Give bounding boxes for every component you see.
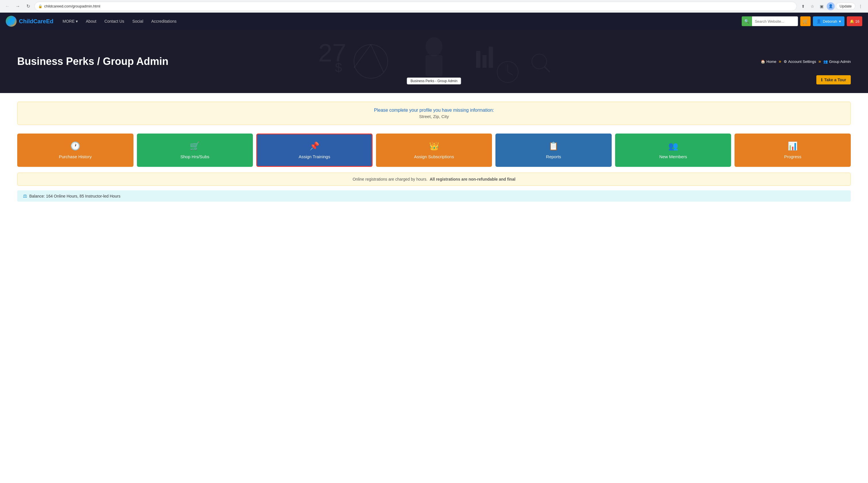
browser-right-icons: ⬆ ☆ ▣ 👤 Update ⋮ <box>799 2 865 10</box>
new-members-label: New Members <box>659 154 687 159</box>
balance-icon: ⚖ <box>23 193 27 199</box>
take-a-tour-button[interactable]: ℹ Take a Tour <box>816 75 851 84</box>
share-icon[interactable]: ⬆ <box>799 2 807 10</box>
alert-link[interactable]: Please complete your profile you have mi… <box>23 108 845 113</box>
balance-text: Balance: 164 Online Hours, 85 Instructor… <box>29 194 121 199</box>
balance-bar: ⚖ Balance: 164 Online Hours, 85 Instruct… <box>17 190 851 202</box>
svg-point-4 <box>426 37 443 56</box>
breadcrumb-account-settings[interactable]: ⚙ Account Settings <box>784 59 816 64</box>
hero-section: 27 $ Business Perks / Group Admin 🏠 <box>0 30 868 93</box>
new-members-card[interactable]: 👥 New Members <box>615 133 732 167</box>
purchase-history-icon: 🕐 <box>70 141 81 151</box>
progress-icon: 📊 <box>787 141 798 151</box>
logo-globe: 🌐 <box>6 16 17 27</box>
url-text: childcareed.com/groupadmin.html <box>44 4 100 8</box>
reports-icon: 📋 <box>549 141 559 151</box>
purchase-history-label: Purchase History <box>59 154 92 159</box>
nav-links: MORE ▾ About Contact Us Social Accredita… <box>59 17 736 26</box>
site-navbar: 🌐 ChildCareEd MORE ▾ About Contact Us So… <box>0 12 868 30</box>
back-button[interactable]: ← <box>3 2 11 10</box>
update-button[interactable]: Update <box>836 3 856 10</box>
assign-trainings-label: Assign Trainings <box>299 154 330 159</box>
browser-chrome: ← → ↻ 🔒 childcareed.com/groupadmin.html … <box>0 0 868 12</box>
group-icon: 👥 <box>823 59 828 64</box>
breadcrumb-home[interactable]: 🏠 Home <box>761 59 776 64</box>
action-grid: 🕐 Purchase History 🛒 Shop Hrs/Subs 📌 Ass… <box>17 133 851 167</box>
search-container: 🔍 <box>742 17 798 26</box>
cart-button[interactable]: 🛒 <box>800 17 811 26</box>
hero-title: Business Perks / Group Admin <box>17 55 851 67</box>
main-content: Please complete your profile you have mi… <box>0 93 868 210</box>
breadcrumb-sep-2: » <box>818 59 821 64</box>
nav-right: 🔍 🛒 👤 Deborah ▾ 🔔 16 <box>742 17 862 26</box>
nav-social[interactable]: Social <box>129 17 147 26</box>
shop-hrs-subs-icon: 🛒 <box>190 141 200 151</box>
home-icon: 🏠 <box>761 59 765 64</box>
svg-line-12 <box>508 72 513 75</box>
hero-tooltip: Business Perks - Group Admin <box>407 78 461 84</box>
assign-subscriptions-card[interactable]: 👑 Assign Subscriptions <box>376 133 492 167</box>
alert-detail: Street, Zip, City <box>23 114 845 119</box>
info-icon: ℹ <box>821 78 823 82</box>
user-icon: 👤 <box>816 19 821 24</box>
shop-hrs-subs-card[interactable]: 🛒 Shop Hrs/Subs <box>137 133 253 167</box>
info-text-before: Online registrations are charged by hour… <box>352 177 427 181</box>
more-dropdown[interactable]: MORE ▾ <box>59 17 81 26</box>
svg-line-14 <box>545 67 550 72</box>
search-input[interactable] <box>752 17 798 26</box>
nav-about[interactable]: About <box>82 17 100 26</box>
site-logo[interactable]: 🌐 ChildCareEd <box>6 16 53 27</box>
address-bar: 🔒 childcareed.com/groupadmin.html <box>34 2 797 11</box>
notification-button[interactable]: 🔔 16 <box>847 17 862 26</box>
progress-card[interactable]: 📊 Progress <box>735 133 851 167</box>
logo-text: ChildCareEd <box>19 18 53 25</box>
breadcrumb: 🏠 Home » ⚙ Account Settings » 👥 Group Ad… <box>761 59 851 64</box>
user-dropdown-icon: ▾ <box>839 19 841 24</box>
info-bold-text: All registrations are non-refundable and… <box>430 177 516 181</box>
assign-trainings-card[interactable]: 📌 Assign Trainings <box>256 133 373 167</box>
purchase-history-card[interactable]: 🕐 Purchase History <box>17 133 133 167</box>
nav-contact-us[interactable]: Contact Us <box>101 17 128 26</box>
reload-button[interactable]: ↻ <box>24 2 32 10</box>
progress-label: Progress <box>784 154 801 159</box>
new-members-icon: 👥 <box>668 141 678 151</box>
bookmark-icon[interactable]: ☆ <box>808 2 816 10</box>
assign-subscriptions-label: Assign Subscriptions <box>414 154 454 159</box>
tab-icon[interactable]: ▣ <box>817 2 826 10</box>
profile-icon[interactable]: 👤 <box>827 2 835 10</box>
menu-dots-icon[interactable]: ⋮ <box>857 2 865 10</box>
breadcrumb-current: 👥 Group Admin <box>823 59 851 64</box>
assign-subscriptions-icon: 👑 <box>429 141 439 151</box>
hero-content: Business Perks / Group Admin <box>0 55 868 67</box>
reports-card[interactable]: 📋 Reports <box>495 133 612 167</box>
user-label: Deborah <box>823 19 837 24</box>
forward-button[interactable]: → <box>14 2 22 10</box>
reports-label: Reports <box>546 154 561 159</box>
user-button[interactable]: 👤 Deborah ▾ <box>813 17 844 26</box>
info-banner: Online registrations are charged by hour… <box>17 173 851 186</box>
alert-banner: Please complete your profile you have mi… <box>17 102 851 125</box>
settings-icon: ⚙ <box>784 59 787 64</box>
nav-accreditations[interactable]: Accreditations <box>148 17 180 26</box>
shop-hrs-subs-label: Shop Hrs/Subs <box>180 154 209 159</box>
breadcrumb-sep-1: » <box>779 59 781 64</box>
chevron-down-icon: ▾ <box>76 19 78 24</box>
search-button[interactable]: 🔍 <box>742 17 752 26</box>
bell-icon: 🔔 <box>849 19 854 24</box>
assign-trainings-icon: 📌 <box>309 141 319 151</box>
lock-icon: 🔒 <box>38 4 42 8</box>
notification-count: 16 <box>856 19 859 24</box>
